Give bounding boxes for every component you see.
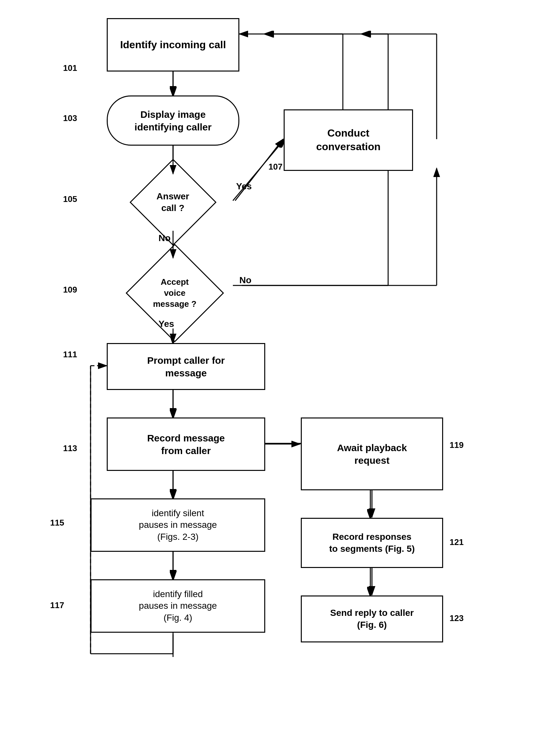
ref-111: 111 bbox=[63, 350, 77, 360]
conduct-conversation-label: Conductconversation bbox=[316, 126, 380, 153]
answer-call-label: Answercall ? bbox=[157, 191, 189, 214]
ref-101: 101 bbox=[63, 63, 77, 73]
ref-103: 103 bbox=[63, 113, 77, 123]
ref-107: 107 bbox=[268, 162, 282, 172]
ref-121: 121 bbox=[449, 537, 464, 547]
accept-voice-label: Acceptvoicemessage ? bbox=[153, 276, 196, 309]
ref-123: 123 bbox=[449, 613, 464, 623]
identify-call-box: Identify incoming call bbox=[107, 18, 239, 71]
ref-105: 105 bbox=[63, 194, 77, 204]
ref-113: 113 bbox=[63, 444, 77, 453]
await-playback-label: Await playbackrequest bbox=[337, 442, 407, 467]
answer-yes-label: Yes bbox=[236, 181, 252, 192]
accept-no-label: No bbox=[239, 275, 251, 285]
ref-115: 115 bbox=[50, 518, 64, 528]
flowchart-diagram: Identify incoming call 101 Display image… bbox=[0, 0, 534, 756]
identify-filled-label: identify filledpauses in message(Fig. 4) bbox=[139, 588, 217, 624]
identify-silent-box: identify silentpauses in message(Figs. 2… bbox=[90, 499, 265, 552]
ref-109: 109 bbox=[63, 285, 77, 295]
accept-voice-diamond-container: Acceptvoicemessage ? bbox=[107, 257, 242, 329]
record-responses-label: Record responsesto segments (Fig. 5) bbox=[329, 531, 415, 555]
answer-no-label: No bbox=[159, 233, 170, 243]
dashed-arrows bbox=[0, 0, 534, 756]
prompt-caller-box: Prompt caller formessage bbox=[107, 343, 265, 390]
accept-voice-diamond: Acceptvoicemessage ? bbox=[125, 244, 224, 342]
arrows-svg bbox=[0, 0, 534, 756]
send-reply-label: Send reply to caller(Fig. 6) bbox=[330, 607, 414, 631]
display-image-label: Display imageidentifying caller bbox=[135, 108, 212, 133]
conduct-conversation-box: Conductconversation bbox=[284, 109, 413, 171]
main-arrows bbox=[0, 0, 534, 756]
record-message-box: Record messagefrom caller bbox=[107, 418, 265, 471]
answer-call-diamond-container: Answercall ? bbox=[112, 173, 235, 231]
answer-call-diamond: Answercall ? bbox=[130, 159, 217, 246]
send-reply-box: Send reply to caller(Fig. 6) bbox=[301, 595, 443, 642]
ref-119: 119 bbox=[449, 440, 464, 450]
ref-117: 117 bbox=[50, 600, 64, 610]
display-image-box: Display imageidentifying caller bbox=[107, 95, 239, 146]
prompt-caller-label: Prompt caller formessage bbox=[147, 354, 225, 379]
identify-silent-label: identify silentpauses in message(Figs. 2… bbox=[139, 507, 217, 543]
record-responses-box: Record responsesto segments (Fig. 5) bbox=[301, 518, 443, 568]
record-message-label: Record messagefrom caller bbox=[147, 432, 225, 457]
accept-yes-label: Yes bbox=[159, 319, 174, 329]
identify-call-label: Identify incoming call bbox=[120, 38, 226, 52]
identify-filled-box: identify filledpauses in message(Fig. 4) bbox=[90, 579, 265, 633]
await-playback-box: Await playbackrequest bbox=[301, 418, 443, 490]
